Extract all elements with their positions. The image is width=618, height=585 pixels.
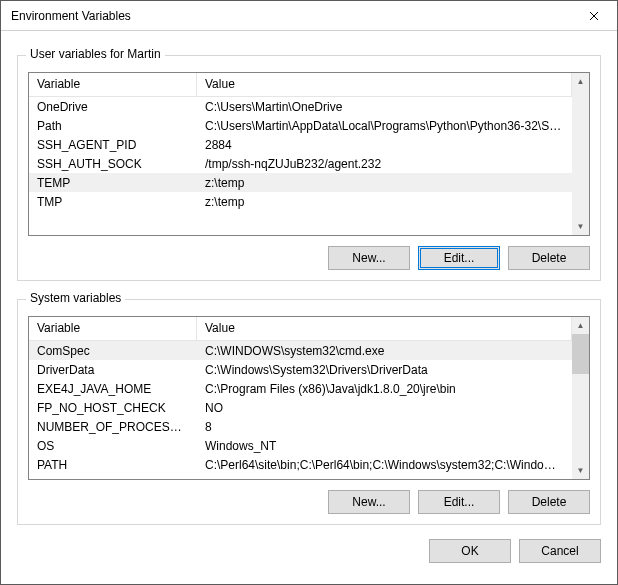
scroll-down-icon[interactable]: ▼ xyxy=(572,218,589,235)
cell-value: C:\WINDOWS\system32\cmd.exe xyxy=(197,343,572,359)
scroll-thumb[interactable] xyxy=(572,334,589,374)
user-delete-button[interactable]: Delete xyxy=(508,246,590,270)
cell-value: C:\Program Files (x86)\Java\jdk1.8.0_20\… xyxy=(197,381,572,397)
cell-variable: TMP xyxy=(29,194,197,210)
table-row[interactable]: PATHC:\Perl64\site\bin;C:\Perl64\bin;C:\… xyxy=(29,455,572,474)
window-title: Environment Variables xyxy=(11,9,571,23)
system-variables-group: System variables Variable Value ComSpecC… xyxy=(17,299,601,525)
close-button[interactable] xyxy=(571,1,617,31)
table-row[interactable]: FP_NO_HOST_CHECKNO xyxy=(29,398,572,417)
cell-variable: ComSpec xyxy=(29,343,197,359)
table-row[interactable]: PathC:\Users\Martin\AppData\Local\Progra… xyxy=(29,116,572,135)
table-row[interactable]: TMPz:\temp xyxy=(29,192,572,211)
cell-value: NO xyxy=(197,400,572,416)
scroll-track[interactable] xyxy=(572,90,589,218)
cell-value: 8 xyxy=(197,419,572,435)
user-variables-group: User variables for Martin Variable Value… xyxy=(17,55,601,281)
scroll-down-icon[interactable]: ▼ xyxy=(572,462,589,479)
table-row[interactable]: EXE4J_JAVA_HOMEC:\Program Files (x86)\Ja… xyxy=(29,379,572,398)
table-row[interactable]: TEMPz:\temp xyxy=(29,173,572,192)
cell-value: /tmp/ssh-nqZUJuB232/agent.232 xyxy=(197,156,572,172)
table-row[interactable]: DriverDataC:\Windows\System32\Drivers\Dr… xyxy=(29,360,572,379)
ok-button[interactable]: OK xyxy=(429,539,511,563)
cell-variable: NUMBER_OF_PROCESSORS xyxy=(29,419,197,435)
cell-variable: OneDrive xyxy=(29,99,197,115)
cell-value: z:\temp xyxy=(197,194,572,210)
cell-variable: OS xyxy=(29,438,197,454)
system-edit-button[interactable]: Edit... xyxy=(418,490,500,514)
cell-variable: FP_NO_HOST_CHECK xyxy=(29,400,197,416)
table-row[interactable]: SSH_AUTH_SOCK/tmp/ssh-nqZUJuB232/agent.2… xyxy=(29,154,572,173)
cell-variable: Path xyxy=(29,118,197,134)
cell-value: C:\Windows\System32\Drivers\DriverData xyxy=(197,362,572,378)
title-bar[interactable]: Environment Variables xyxy=(1,1,617,31)
table-row[interactable]: ComSpecC:\WINDOWS\system32\cmd.exe xyxy=(29,341,572,360)
system-new-button[interactable]: New... xyxy=(328,490,410,514)
scroll-up-icon[interactable]: ▲ xyxy=(572,317,589,334)
cell-value: z:\temp xyxy=(197,175,572,191)
cell-variable: SSH_AGENT_PID xyxy=(29,137,197,153)
table-row[interactable]: OneDriveC:\Users\Martin\OneDrive xyxy=(29,97,572,116)
cancel-button[interactable]: Cancel xyxy=(519,539,601,563)
user-variables-list[interactable]: Variable Value OneDriveC:\Users\Martin\O… xyxy=(28,72,590,236)
scroll-track[interactable] xyxy=(572,374,589,462)
table-row[interactable]: NUMBER_OF_PROCESSORS8 xyxy=(29,417,572,436)
cell-value: 2884 xyxy=(197,137,572,153)
table-row[interactable]: SSH_AGENT_PID2884 xyxy=(29,135,572,154)
column-variable[interactable]: Variable xyxy=(29,317,197,340)
table-row[interactable]: OSWindows_NT xyxy=(29,436,572,455)
cell-variable: PATH xyxy=(29,457,197,473)
system-scrollbar[interactable]: ▲ ▼ xyxy=(572,317,589,479)
system-list-header[interactable]: Variable Value xyxy=(29,317,572,341)
user-group-label: User variables for Martin xyxy=(26,47,165,61)
scroll-up-icon[interactable]: ▲ xyxy=(572,73,589,90)
cell-value: C:\Users\Martin\AppData\Local\Programs\P… xyxy=(197,118,572,134)
cell-variable: EXE4J_JAVA_HOME xyxy=(29,381,197,397)
cell-variable: TEMP xyxy=(29,175,197,191)
system-variables-list[interactable]: Variable Value ComSpecC:\WINDOWS\system3… xyxy=(28,316,590,480)
cell-value: Windows_NT xyxy=(197,438,572,454)
cell-value: C:\Perl64\site\bin;C:\Perl64\bin;C:\Wind… xyxy=(197,457,572,473)
user-list-header[interactable]: Variable Value xyxy=(29,73,572,97)
system-delete-button[interactable]: Delete xyxy=(508,490,590,514)
cell-variable: SSH_AUTH_SOCK xyxy=(29,156,197,172)
dialog-content: User variables for Martin Variable Value… xyxy=(1,31,617,575)
cell-variable: DriverData xyxy=(29,362,197,378)
user-new-button[interactable]: New... xyxy=(328,246,410,270)
close-icon xyxy=(589,11,599,21)
column-value[interactable]: Value xyxy=(197,317,572,340)
column-variable[interactable]: Variable xyxy=(29,73,197,96)
user-scrollbar[interactable]: ▲ ▼ xyxy=(572,73,589,235)
column-value[interactable]: Value xyxy=(197,73,572,96)
cell-value: C:\Users\Martin\OneDrive xyxy=(197,99,572,115)
system-group-label: System variables xyxy=(26,291,125,305)
user-edit-button[interactable]: Edit... xyxy=(418,246,500,270)
